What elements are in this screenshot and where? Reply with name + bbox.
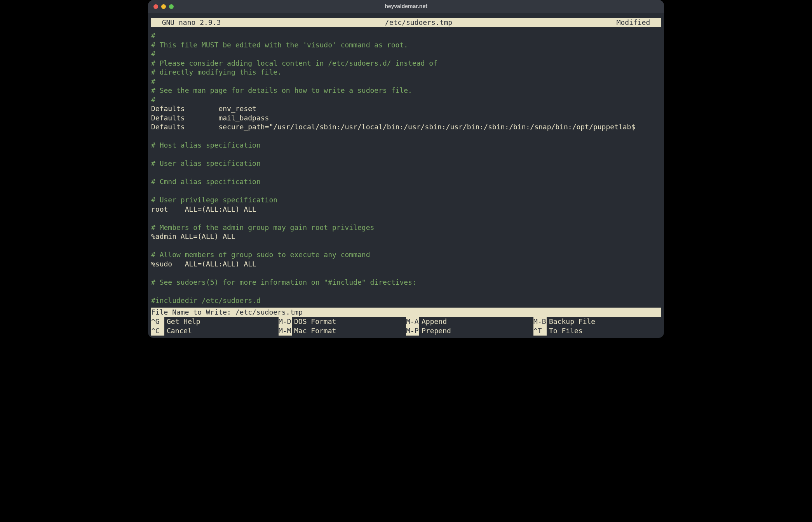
shortcut-label: Cancel <box>164 326 192 336</box>
editor-line: Defaults secure_path="/usr/local/sbin:/u… <box>151 122 661 132</box>
shortcut[interactable]: ^GGet Help <box>151 317 279 326</box>
minimize-icon[interactable] <box>161 4 166 9</box>
editor-line: # <box>151 95 661 104</box>
write-out-prompt[interactable]: File Name to Write: /etc/sudoers.tmp <box>151 308 661 317</box>
shortcut-key: M-A <box>406 317 419 326</box>
editor-line: # Please consider adding local content i… <box>151 59 661 68</box>
nano-header-bar: GNU nano 2.9.3 /etc/sudoers.tmp Modified <box>151 18 661 27</box>
editor-line: %sudo ALL=(ALL:ALL) ALL <box>151 259 661 269</box>
shortcut-label: Get Help <box>164 317 200 326</box>
nano-version: GNU nano 2.9.3 <box>153 18 221 27</box>
shortcut[interactable]: M-MMac Format <box>279 326 406 336</box>
shortcut[interactable]: ^TTo Files <box>533 326 661 336</box>
shortcut-row: ^CCancelM-MMac FormatM-PPrepend^TTo File… <box>148 326 664 338</box>
editor-line: # <box>151 77 661 86</box>
shortcut-label: Mac Format <box>292 326 336 336</box>
maximize-icon[interactable] <box>169 4 174 9</box>
editor-line: # See the man page for details on how to… <box>151 86 661 95</box>
shortcut-key: M-M <box>279 326 292 336</box>
editor-line <box>151 241 661 251</box>
editor-line: #includedir /etc/sudoers.d <box>151 296 661 305</box>
prompt-label: File Name to Write: <box>151 308 235 317</box>
editor-line: # <box>151 49 661 59</box>
close-icon[interactable] <box>153 4 158 9</box>
shortcut[interactable]: M-DDOS Format <box>279 317 406 326</box>
editor-line: root ALL=(ALL:ALL) ALL <box>151 205 661 214</box>
shortcut-label: To Files <box>547 326 583 336</box>
window-title: heyvaldemar.net <box>148 2 664 11</box>
editor-line: # Host alias specification <box>151 141 661 150</box>
shortcut-label: Append <box>419 317 447 326</box>
editor-line <box>151 186 661 196</box>
prompt-value[interactable]: /etc/sudoers.tmp <box>235 308 303 317</box>
shortcut-label: Prepend <box>419 326 451 336</box>
editor-line <box>151 214 661 223</box>
editor-line: # Allow members of group sudo to execute… <box>151 250 661 259</box>
editor-line: %admin ALL=(ALL) ALL <box>151 232 661 241</box>
editor-line: Defaults mail_badpass <box>151 113 661 123</box>
editor-line: # See sudoers(5) for more information on… <box>151 278 661 287</box>
nano-modified-status: Modified <box>617 18 659 27</box>
editor-line <box>151 268 661 278</box>
shortcut-label: Backup File <box>547 317 595 326</box>
titlebar: heyvaldemar.net <box>148 0 664 13</box>
editor-line <box>151 132 661 141</box>
editor-line: # <box>151 31 661 40</box>
editor-line: # Members of the admin group may gain ro… <box>151 223 661 232</box>
editor-line <box>151 168 661 177</box>
editor-content[interactable]: ## This file MUST be edited with the 'vi… <box>148 31 664 308</box>
shortcut[interactable]: M-AAppend <box>406 317 533 326</box>
editor-line: Defaults env_reset <box>151 104 661 113</box>
shortcut-key: M-P <box>406 326 419 336</box>
shortcut-key: ^C <box>151 326 164 336</box>
terminal-window: heyvaldemar.net GNU nano 2.9.3 /etc/sudo… <box>148 0 664 338</box>
shortcut[interactable]: M-BBackup File <box>533 317 661 326</box>
shortcut[interactable]: M-PPrepend <box>406 326 533 336</box>
editor-line <box>151 287 661 296</box>
editor-line: # User privilege specification <box>151 195 661 205</box>
shortcut-key: M-D <box>279 317 292 326</box>
shortcut[interactable]: ^CCancel <box>151 326 279 336</box>
editor-line <box>151 150 661 159</box>
shortcut-key: ^G <box>151 317 164 326</box>
nano-filename: /etc/sudoers.tmp <box>221 18 616 27</box>
shortcut-row: ^GGet HelpM-DDOS FormatM-AAppendM-BBacku… <box>148 317 664 326</box>
editor-line: # Cmnd alias specification <box>151 177 661 186</box>
shortcut-key: ^T <box>533 326 547 336</box>
editor-line: # This file MUST be edited with the 'vis… <box>151 40 661 50</box>
editor-line: # User alias specification <box>151 159 661 168</box>
window-controls <box>148 4 174 9</box>
shortcut-key: M-B <box>533 317 547 326</box>
shortcut-label: DOS Format <box>292 317 336 326</box>
editor-line: # directly modifying this file. <box>151 68 661 77</box>
